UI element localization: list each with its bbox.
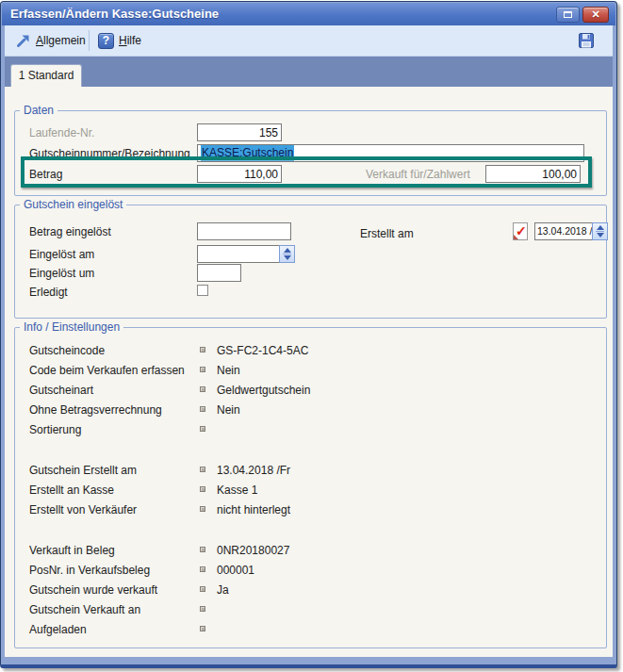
help-icon: ? — [98, 33, 114, 49]
hilfe-button[interactable]: ? Hilfe — [98, 30, 141, 51]
info-row: Sortierung — [15, 423, 606, 438]
info-row: Gutscheincode GS-FC2-1C4-5AC — [15, 344, 606, 359]
erstellt-am-label: Erstellt am — [360, 227, 414, 240]
bullet-icon — [200, 426, 205, 432]
restore-button[interactable] — [556, 7, 580, 23]
bullet-icon — [200, 367, 205, 372]
content-area: Daten Laufende-Nr. Gutscheinnummer/Bezei… — [5, 87, 613, 657]
info-row-label: Aufgeladen — [29, 623, 87, 636]
group-eingeloest: Gutschein eingelöst Betrag eingelöst Ein… — [14, 205, 607, 319]
toolbar: Allgemein ? Hilfe — [5, 25, 613, 57]
spinner-up-icon — [284, 248, 291, 253]
bullet-icon — [200, 586, 205, 592]
window-title: Erfassen/Ändern Kasse:Gutscheine — [10, 7, 219, 21]
bullet-icon — [200, 606, 205, 612]
bullet-icon — [200, 547, 205, 552]
laufende-nr-label: Laufende-Nr. — [29, 126, 94, 139]
info-row-label: Gutscheinart — [29, 384, 93, 397]
bullet-icon — [200, 467, 205, 472]
bullet-icon — [200, 626, 205, 631]
info-row-label: Sortierung — [29, 423, 81, 436]
info-row: Code beim Verkaufen erfassen Nein — [15, 364, 606, 379]
group-eingeloest-legend: Gutschein eingelöst — [20, 198, 126, 212]
hilfe-label: Hilfe — [119, 34, 141, 47]
info-row-label: Ohne Betragsverrechnung — [29, 403, 162, 417]
betrag-eingeloest-input[interactable] — [197, 222, 291, 240]
info-row-value: Ja — [217, 583, 229, 597]
info-row-value: Geldwertgutschein — [217, 384, 310, 397]
info-row: Gutschein Erstellt am 13.04.2018 /Fr — [15, 464, 606, 479]
info-row: Erstellt von Verkäufer nicht hinterlegt — [15, 503, 606, 518]
info-row-value: Nein — [217, 403, 240, 417]
eingeloest-am-label: Eingelöst am — [29, 248, 94, 261]
info-row-label: Gutschein Verkauft an — [29, 603, 140, 616]
tab-strip: 1 Standard — [5, 57, 613, 87]
bullet-icon — [200, 506, 205, 512]
erledigt-checkbox[interactable] — [197, 285, 208, 296]
group-info: Info / Einstellungen Gutscheincode GS-FC… — [14, 327, 607, 648]
info-row-label: Gutscheincode — [29, 344, 105, 357]
info-row: Ohne Betragsverrechnung Nein — [15, 403, 606, 418]
allgemein-button[interactable]: Allgemein — [16, 30, 86, 51]
info-row: Gutschein Verkauft an — [15, 603, 606, 618]
titlebar[interactable]: Erfassen/Ändern Kasse:Gutscheine ✕ — [2, 3, 615, 25]
betrag-eingeloest-label: Betrag eingelöst — [29, 225, 111, 238]
erledigt-label: Erledigt — [29, 286, 68, 299]
info-row-label: Code beim Verkaufen erfassen — [29, 364, 185, 377]
info-row-value: Kasse 1 — [217, 484, 257, 497]
save-icon — [578, 32, 595, 49]
eingeloest-am-input[interactable] — [197, 245, 280, 263]
info-row-value: 000001 — [217, 564, 254, 577]
erstellt-am-spinner[interactable] — [592, 222, 608, 240]
info-row-value: Nein — [217, 364, 240, 377]
save-button[interactable] — [577, 31, 596, 50]
eingeloest-um-label: Eingelöst um — [29, 267, 94, 280]
spinner-up-icon — [597, 225, 604, 230]
close-icon: ✕ — [591, 9, 599, 20]
info-row-label: PosNr. in Verkaufsbeleg — [29, 564, 150, 577]
info-row: PosNr. in Verkaufsbeleg 000001 — [15, 564, 606, 579]
info-row-label: Gutschein wurde verkauft — [29, 583, 157, 597]
info-row: Gutscheinart Geldwertgutschein — [15, 384, 606, 399]
group-daten-legend: Daten — [20, 104, 57, 118]
info-row: Aufgeladen — [15, 623, 606, 638]
info-row-value: nicht hinterlegt — [217, 503, 290, 516]
annotation-box — [21, 156, 592, 188]
arrow-up-right-icon — [16, 33, 31, 48]
info-row-value: 13.04.2018 /Fr — [217, 464, 290, 477]
tab-standard[interactable]: 1 Standard — [10, 64, 82, 87]
bullet-icon — [200, 486, 205, 492]
eingeloest-um-input[interactable] — [197, 264, 241, 282]
info-row: Erstellt an Kasse Kasse 1 — [15, 484, 606, 499]
erstellt-am-datefield[interactable]: 13.04.2018 /Fr — [534, 222, 608, 240]
info-row-value: 0NR20180027 — [217, 544, 289, 557]
allgemein-label: Allgemein — [36, 34, 86, 47]
info-row-label: Verkauft in Beleg — [29, 544, 115, 557]
info-row-label: Erstellt von Verkäufer — [29, 503, 137, 516]
bullet-icon — [200, 347, 205, 352]
info-row: Gutschein wurde verkauft Ja — [15, 583, 606, 598]
restore-icon — [564, 11, 572, 18]
bullet-icon — [200, 566, 205, 572]
spinner-down-icon — [597, 233, 604, 238]
erstellt-am-value: 13.04.2018 /Fr — [534, 222, 592, 240]
bullet-icon — [200, 386, 205, 392]
bullet-icon — [200, 406, 205, 412]
info-row-label: Erstellt an Kasse — [29, 484, 114, 497]
date-check-icon[interactable]: ✓ — [513, 222, 528, 240]
close-button[interactable]: ✕ — [582, 7, 609, 23]
info-row: Verkauft in Beleg 0NR20180027 — [15, 544, 606, 559]
laufende-nr-input[interactable] — [197, 123, 282, 141]
group-info-legend: Info / Einstellungen — [20, 320, 123, 335]
app-window: Erfassen/Ändern Kasse:Gutscheine ✕ Allge… — [0, 1, 617, 668]
info-row-value: GS-FC2-1C4-5AC — [217, 344, 308, 357]
info-row-label: Gutschein Erstellt am — [29, 464, 137, 477]
spinner-down-icon — [284, 255, 291, 260]
toolbar-separator — [89, 30, 90, 51]
eingeloest-am-spinner[interactable] — [279, 245, 295, 263]
